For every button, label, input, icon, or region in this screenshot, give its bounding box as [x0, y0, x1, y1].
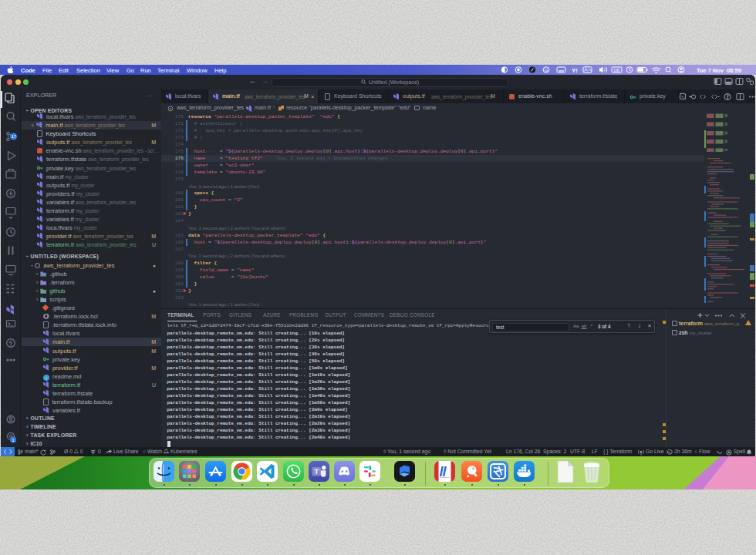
svg-text:T: T: [314, 468, 319, 476]
svg-text:Y!: Y!: [572, 67, 578, 74]
svg-text:G: G: [545, 68, 548, 72]
svg-text:17: 17: [11, 134, 15, 139]
svg-text:1: 1: [12, 438, 14, 442]
svg-text:OK: OK: [614, 68, 620, 72]
